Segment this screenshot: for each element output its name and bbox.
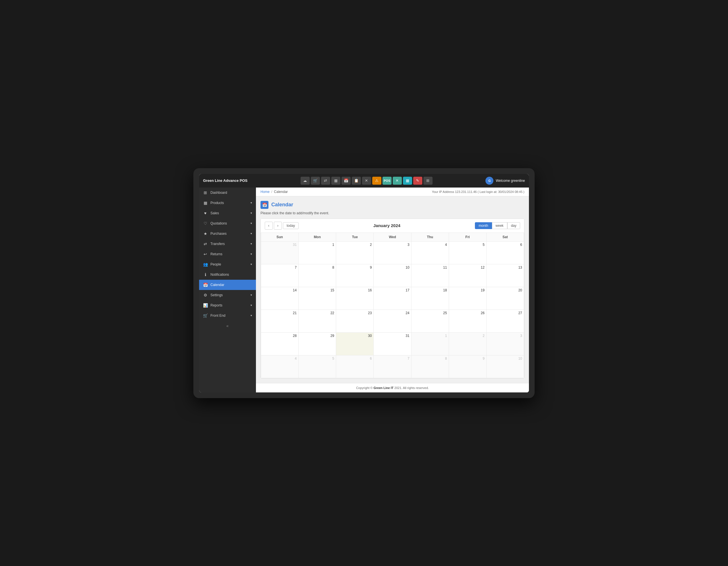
alert-icon[interactable]: ⚠ [372,177,381,185]
calendar-cell[interactable]: 1 [411,333,449,355]
calendar-cell[interactable]: 31 [374,333,411,355]
cal-day-view-button[interactable]: day [507,222,520,229]
day-number: 31 [375,334,409,338]
sidebar-item-reports[interactable]: 📊 Reports ▾ [199,300,256,311]
sidebar-item-notifications[interactable]: ℹ Notifications [199,269,256,280]
sidebar-item-sales[interactable]: ♥ Sales ▾ [199,208,256,218]
cart-icon[interactable]: 🛒 [311,177,320,185]
chart-icon[interactable]: ✕ [393,177,402,185]
calendar-cell[interactable]: 29 [299,333,336,355]
calendar-cell[interactable]: 7 [261,264,299,287]
share-icon[interactable]: ⇄ [321,177,330,185]
calendar-cell[interactable]: 22 [299,310,336,333]
sidebar-item-quotations[interactable]: ♡ Quotations ▾ [199,218,256,228]
day-number: 3 [488,334,522,338]
cal-month-view-button[interactable]: month [475,222,492,229]
sidebar-item-products[interactable]: ▦ Products ▾ [199,198,256,208]
day-number: 12 [451,265,485,269]
calendar-cell[interactable]: 14 [261,287,299,310]
day-number: 15 [300,288,334,292]
calendar-cell[interactable]: 6 [336,355,374,378]
sidebar-item-returns[interactable]: ↩ Returns ▾ [199,249,256,259]
calendar-sidebar-icon: 📅 [203,282,208,287]
sidebar-item-calendar[interactable]: 📅 Calendar [199,280,256,290]
calendar-cell[interactable]: 16 [336,287,374,310]
day-number: 5 [300,357,334,361]
sidebar-collapse-button[interactable]: « [199,321,256,331]
calendar-cell[interactable]: 28 [261,333,299,355]
pos-button[interactable]: POS [382,177,392,185]
footer-brand: Green Line IT [373,386,393,390]
calendar-cell[interactable]: 4 [411,241,449,264]
file-icon[interactable]: 📋 [352,177,361,185]
page-instruction: Please click the date to add/modify the … [260,211,524,215]
calendar-cell[interactable]: 18 [411,287,449,310]
sidebar-label-people: People [210,262,221,266]
calendar-cell[interactable]: 7 [374,355,411,378]
calendar-cell[interactable]: 2 [336,241,374,264]
cal-week-view-button[interactable]: week [492,222,507,229]
calendar-cell[interactable]: 24 [374,310,411,333]
calendar-toolbar: ‹ › today January 2024 month week day [261,219,524,232]
calendar-cell[interactable]: 9 [336,264,374,287]
calendar-cell[interactable]: 15 [299,287,336,310]
calendar-cell[interactable]: 30 [336,333,374,355]
calendar-cell[interactable]: 13 [486,264,524,287]
calendar-cell[interactable]: 3 [374,241,411,264]
sidebar-label-calendar: Calendar [210,283,224,287]
content-area: Home / Calendar Your IP Address 123.231.… [256,187,529,393]
dashboard-icon: ⊞ [203,190,208,195]
calendar-cell[interactable]: 1 [299,241,336,264]
sidebar-item-transfers[interactable]: ⇄ Transfers ▾ [199,239,256,249]
breadcrumb-home[interactable]: Home [260,190,270,194]
cal-month-title: January 2024 [373,223,400,228]
apps-icon[interactable]: ⊞ [423,177,433,185]
breadcrumb: Home / Calendar [260,190,288,194]
day-number: 31 [263,243,297,247]
table-icon[interactable]: ▦ [331,177,340,185]
calendar-cell[interactable]: 19 [449,287,486,310]
calendar-cell[interactable]: 8 [411,355,449,378]
calendar-cell[interactable]: 11 [411,264,449,287]
day-number: 23 [338,311,372,315]
day-number: 8 [413,357,447,361]
cloud-icon[interactable]: ☁ [301,177,310,185]
calendar-cell[interactable]: 26 [449,310,486,333]
calendar-topicon[interactable]: 📅 [342,177,351,185]
cal-prev-button[interactable]: ‹ [265,222,273,230]
edit-icon[interactable]: ✎ [413,177,422,185]
calendar-cell[interactable]: 10 [486,355,524,378]
calendar-cell[interactable]: 23 [336,310,374,333]
chevron-transfers: ▾ [251,242,252,245]
calendar-cell[interactable]: 17 [374,287,411,310]
calendar-cell[interactable]: 5 [299,355,336,378]
calendar-cell[interactable]: 10 [374,264,411,287]
calendar-cell[interactable]: 31 [261,241,299,264]
calendar-cell[interactable]: 21 [261,310,299,333]
calendar-cell[interactable]: 27 [486,310,524,333]
calendar-cell[interactable]: 9 [449,355,486,378]
calendar-cell[interactable]: 6 [486,241,524,264]
calendar-cell[interactable]: 25 [411,310,449,333]
calendar-cell[interactable]: 3 [486,333,524,355]
sidebar-item-people[interactable]: 👥 People ▾ [199,259,256,269]
sidebar-item-dashboard[interactable]: ⊞ Dashboard [199,187,256,198]
cal-next-button[interactable]: › [274,222,282,230]
calendar-cell[interactable]: 12 [449,264,486,287]
calendar-cell[interactable]: 5 [449,241,486,264]
cal-view-buttons: month week day [475,222,520,229]
calendar-cell[interactable]: 4 [261,355,299,378]
sidebar-item-purchases[interactable]: ★ Purchases ▾ [199,228,256,239]
grid-icon[interactable]: ▦ [403,177,412,185]
calendar-cell[interactable]: 20 [486,287,524,310]
calendar-cell[interactable]: 8 [299,264,336,287]
sidebar-item-frontend[interactable]: 🛒 Front End ▾ [199,311,256,321]
day-number: 28 [263,334,297,338]
welcome-section: G Welcome greenline [485,177,525,185]
calendar-cell[interactable]: 2 [449,333,486,355]
cal-today-button[interactable]: today [283,222,299,229]
close-icon[interactable]: ✕ [362,177,371,185]
day-number: 27 [488,311,522,315]
sidebar-item-settings[interactable]: ⚙ Settings ▾ [199,290,256,300]
collapse-icon: « [226,324,229,328]
